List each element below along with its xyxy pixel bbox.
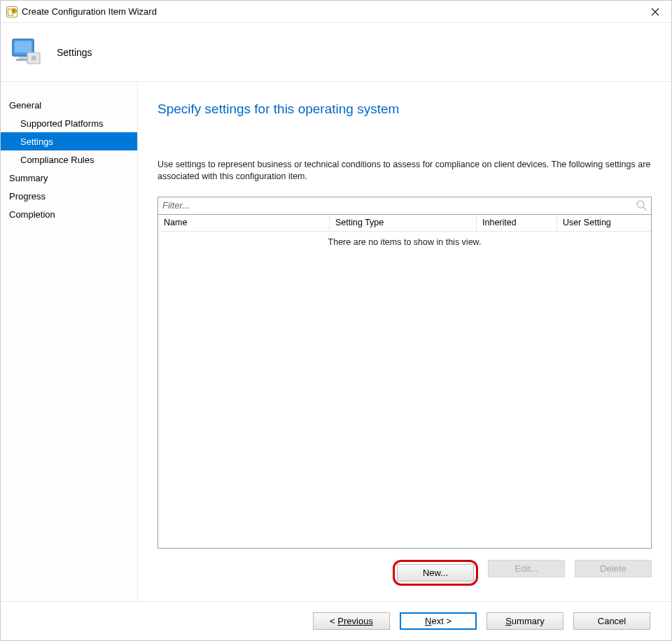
summary-button[interactable]: Summary xyxy=(486,612,564,630)
nav-item-summary[interactable]: Summary xyxy=(1,169,137,187)
wizard-sidebar: General Supported Platforms Settings Com… xyxy=(1,82,138,601)
nav-item-general[interactable]: General xyxy=(1,96,137,114)
dialog-window: Create Configuration Item Wizard Setting… xyxy=(0,0,672,641)
banner: Settings xyxy=(1,23,671,82)
nav-item-supported-platforms[interactable]: Supported Platforms xyxy=(1,114,137,132)
banner-label: Settings xyxy=(57,47,92,58)
col-user-setting[interactable]: User Setting xyxy=(557,215,651,231)
svg-line-13 xyxy=(643,207,647,211)
nav-label: Summary xyxy=(9,173,48,183)
monitor-icon xyxy=(9,36,43,69)
nav-label: Settings xyxy=(20,136,53,147)
window-title: Create Configuration Item Wizard xyxy=(22,6,639,17)
search-icon xyxy=(636,199,648,212)
col-name[interactable]: Name xyxy=(158,215,330,231)
body: General Supported Platforms Settings Com… xyxy=(1,82,671,601)
settings-table: Name Setting Type Inherited User Setting… xyxy=(158,215,652,549)
summary-label: Summary xyxy=(505,616,545,626)
table-action-row: New... Edit... Delete xyxy=(158,549,652,589)
next-label: Next > xyxy=(425,616,451,626)
wizard-footer: < Previous Next > Summary Cancel xyxy=(1,601,671,640)
close-button[interactable] xyxy=(639,1,671,22)
cancel-button[interactable]: Cancel xyxy=(573,612,650,630)
svg-rect-7 xyxy=(15,41,31,52)
previous-button[interactable]: < Previous xyxy=(313,612,390,630)
nav-item-settings[interactable]: Settings xyxy=(1,132,137,150)
edit-button: Edit... xyxy=(488,560,565,577)
col-setting-type[interactable]: Setting Type xyxy=(330,215,477,231)
titlebar: Create Configuration Item Wizard xyxy=(1,1,671,23)
svg-rect-3 xyxy=(13,10,15,12)
next-button[interactable]: Next > xyxy=(400,612,477,630)
app-icon xyxy=(6,6,18,17)
close-icon xyxy=(651,8,659,16)
svg-point-11 xyxy=(31,55,36,60)
nav-item-completion[interactable]: Completion xyxy=(1,205,137,223)
nav-item-progress[interactable]: Progress xyxy=(1,187,137,205)
nav-label: Compliance Rules xyxy=(20,155,94,165)
highlight-ring: New... xyxy=(393,560,478,586)
svg-rect-8 xyxy=(19,57,27,59)
delete-button: Delete xyxy=(575,560,652,577)
content-area: Specify settings for this operating syst… xyxy=(138,82,671,601)
prev-label: Previous xyxy=(337,616,373,626)
filter-box xyxy=(158,197,652,215)
svg-point-12 xyxy=(637,201,644,208)
page-heading: Specify settings for this operating syst… xyxy=(158,101,652,117)
table-body: There are no items to show in this view. xyxy=(158,232,651,548)
page-description: Use settings to represent business or te… xyxy=(158,159,652,183)
nav-label: General xyxy=(9,100,41,111)
nav-label: Completion xyxy=(9,209,55,220)
empty-message: There are no items to show in this view. xyxy=(158,232,651,247)
nav-label: Supported Platforms xyxy=(20,118,104,129)
col-inherited[interactable]: Inherited xyxy=(477,215,557,231)
nav-item-compliance-rules[interactable]: Compliance Rules xyxy=(1,150,137,169)
table-header: Name Setting Type Inherited User Setting xyxy=(158,215,651,232)
new-button[interactable]: New... xyxy=(397,564,474,582)
filter-input[interactable] xyxy=(158,198,636,213)
nav-label: Progress xyxy=(9,191,46,202)
